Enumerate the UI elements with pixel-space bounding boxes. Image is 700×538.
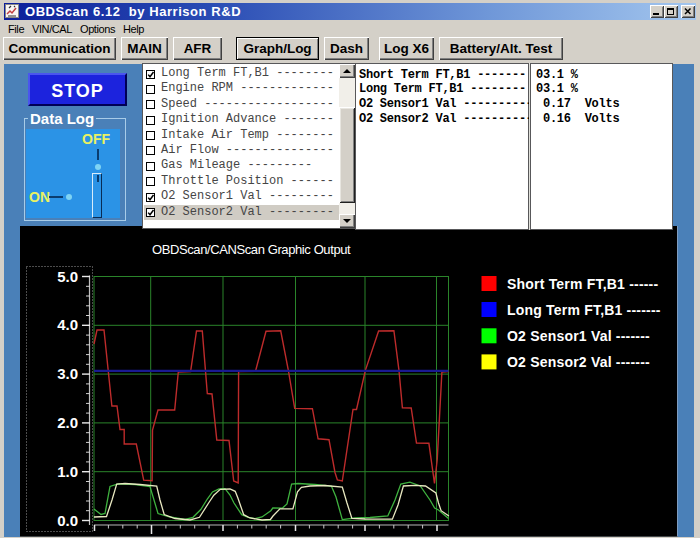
svg-text:3.0: 3.0 [57, 365, 78, 382]
svg-text:1.0: 1.0 [57, 463, 78, 480]
svg-text:5.0: 5.0 [57, 268, 78, 285]
svg-text:4.0: 4.0 [57, 316, 78, 333]
svg-text:Long Term FT,B1 -------: Long Term FT,B1 ------- [507, 302, 661, 318]
svg-text:2.0: 2.0 [57, 414, 78, 431]
svg-text:O2 Sensor1 Val -------: O2 Sensor1 Val ------- [507, 328, 650, 344]
svg-text:O2 Sensor2 Val -------: O2 Sensor2 Val ------- [507, 354, 650, 370]
svg-text:OBDScan/CANScan Graphic Output: OBDScan/CANScan Graphic Output [152, 242, 351, 257]
svg-text:Short Term FT,B1 ------: Short Term FT,B1 ------ [507, 276, 658, 292]
svg-text:0.0: 0.0 [57, 512, 78, 529]
